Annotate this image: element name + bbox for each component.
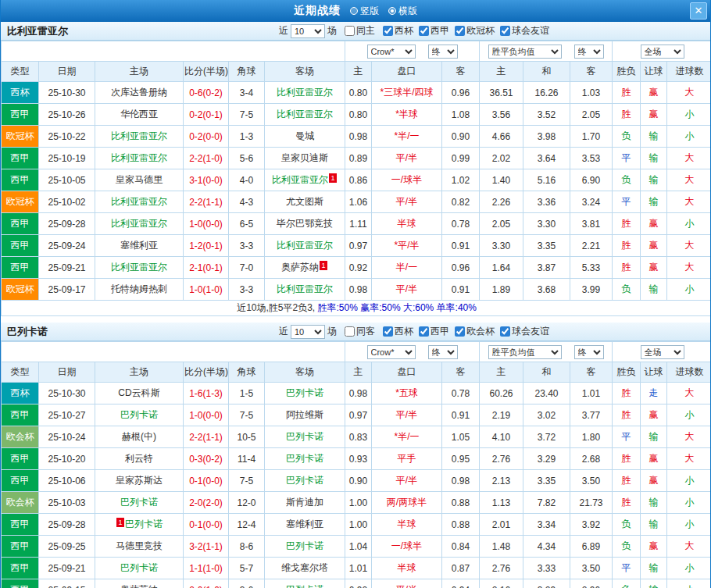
team-section: 比利亚雷亚尔 近 10 场 同主 西杯西甲欧冠杯球会友谊 Crow*	[1, 22, 710, 316]
ah-final-select[interactable]: 终	[428, 345, 458, 359]
column-header: 类型	[2, 62, 39, 82]
ah-away-odds: 0.91	[442, 404, 480, 426]
same-venue-checkbox[interactable]: 同主	[345, 24, 375, 37]
checkbox-input[interactable]	[383, 26, 393, 36]
filter-checkboxes: 西杯西甲欧会杯球会友谊	[377, 325, 549, 339]
result-outcome: 平	[613, 191, 641, 213]
match-date: 25-10-03	[39, 492, 95, 514]
games-label: 场	[327, 325, 337, 338]
result-handicap: 输	[641, 279, 667, 301]
corners: 3-3	[229, 279, 265, 301]
games-count-select[interactable]: 10	[291, 325, 325, 339]
match-date: 25-09-28	[39, 213, 95, 235]
match-score: 0-2(0-1)	[184, 104, 229, 126]
checkbox-input[interactable]	[419, 26, 429, 36]
ah-away-odds: 1.02	[442, 169, 480, 191]
summary-segment: 大:60%	[403, 302, 437, 313]
filter-checkbox[interactable]: 球会友谊	[500, 24, 549, 37]
bookmaker-select[interactable]: Crow*	[367, 345, 416, 359]
eu-final-select[interactable]: 终	[574, 45, 604, 59]
checkbox-input[interactable]	[345, 26, 355, 36]
eu-away-odds: 21.73	[570, 492, 613, 514]
ah-home-odds: 0.80	[345, 104, 372, 126]
layout-radio-horizontal[interactable]: 横版	[388, 5, 417, 18]
result-handicap: 输	[641, 579, 667, 588]
type-badge: 西甲	[2, 148, 39, 169]
filter-checkbox[interactable]: 西甲	[419, 24, 449, 37]
team-bar: 巴列卡诺 近 10 场 同客 西杯西甲欧会杯球会友谊	[1, 323, 710, 341]
close-icon[interactable]: ✕	[690, 2, 707, 20]
ah-home-odds: 1.01	[345, 558, 372, 579]
filter-checkbox[interactable]: 欧冠杯	[455, 24, 495, 37]
match-score: 1-6(1-3)	[184, 383, 229, 404]
eu-draw-odds: 3.29	[523, 579, 570, 588]
games-count-select[interactable]: 10	[291, 24, 325, 38]
scope-select[interactable]: 全场	[641, 345, 684, 359]
checkbox-input[interactable]	[455, 326, 465, 337]
team-label: 华伦西亚	[120, 109, 158, 119]
away-team: 塞维利亚	[265, 514, 345, 536]
filter-checkbox[interactable]: 西甲	[419, 325, 449, 338]
scope-select[interactable]: 全场	[641, 45, 684, 59]
ah-home-odds: 1.00	[345, 514, 372, 536]
summary-text: 近10场,胜5平2负3, 胜率:50% 赢率:50% 大:60% 单率:40%	[2, 301, 711, 316]
ah-line: 两/两球半	[372, 492, 442, 514]
away-team: 比利亚雷亚尔1	[265, 169, 345, 191]
checkbox-input[interactable]	[419, 326, 429, 337]
eu-final-select[interactable]: 终	[574, 345, 604, 359]
ah-line: *三球半/四球	[372, 82, 442, 104]
checkbox-input[interactable]	[455, 26, 465, 36]
near-label: 近	[279, 325, 288, 338]
result-outcome: 胜	[613, 404, 641, 426]
eu-draw-odds: 3.64	[523, 148, 570, 169]
eu-home-odds: 2.05	[480, 213, 523, 235]
filter-checkbox[interactable]: 球会友谊	[500, 325, 549, 338]
result-goals: 大	[667, 235, 711, 257]
column-header: 让球	[641, 362, 667, 383]
avg-select[interactable]: 胜平负均值	[488, 345, 562, 359]
ah-final-select[interactable]: 终	[428, 45, 458, 59]
type-badge: 西杯	[2, 383, 39, 404]
match-score: 2-2(1-1)	[184, 191, 229, 213]
column-header: 日期	[39, 62, 95, 82]
filter-checkbox[interactable]: 西杯	[383, 24, 413, 37]
filter-checkbox[interactable]: 西杯	[383, 325, 413, 338]
games-label: 场	[327, 24, 337, 37]
checkbox-input[interactable]	[345, 326, 355, 337]
odds-dropdowns-cell: 胜平负均值 终	[480, 41, 613, 62]
team-label: CD云科斯	[118, 387, 159, 398]
checkbox-input[interactable]	[500, 26, 510, 36]
same-venue-checkbox[interactable]: 同客	[345, 325, 375, 338]
result-outcome: 负	[613, 514, 641, 536]
result-handicap: 赢	[641, 257, 667, 279]
eu-home-odds: 2.02	[480, 148, 523, 169]
away-team: 曼城	[265, 126, 345, 148]
type-badge: 欧冠杯	[2, 126, 39, 148]
home-team: 华伦西亚	[95, 104, 184, 126]
checkbox-input[interactable]	[500, 326, 510, 337]
result-outcome: 胜	[613, 448, 641, 470]
result-goals: 大	[667, 169, 711, 191]
eu-home-odds: 2.19	[480, 404, 523, 426]
corners: 11-4	[229, 448, 265, 470]
match-date: 25-09-21	[39, 558, 95, 579]
result-outcome: 平	[613, 558, 641, 579]
team-name: 比利亚雷亚尔	[7, 24, 279, 38]
away-team: 毕尔巴鄂竞技	[265, 213, 345, 235]
match-row: 欧会杯25-10-24赫根(中)2-2(1-1)10-5巴列卡诺0.83*半/一…	[2, 426, 711, 448]
ah-line: 半/一	[372, 257, 442, 279]
checkbox-input[interactable]	[383, 326, 393, 337]
home-team: 赫根(中)	[95, 426, 184, 448]
column-header: 主场	[95, 362, 184, 383]
corners: 4-3	[229, 191, 265, 213]
avg-select[interactable]: 胜平负均值	[488, 45, 562, 59]
layout-radio-vertical[interactable]: 竖版	[350, 5, 379, 18]
result-handicap: 赢	[641, 82, 667, 104]
home-team: 比利亚雷亚尔	[95, 126, 184, 148]
match-row: 西甲25-10-27巴列卡诺1-0(0-0)7-5阿拉维斯0.97平/半0.91…	[2, 404, 711, 426]
filter-checkbox[interactable]: 欧会杯	[455, 325, 495, 338]
corners: 10-5	[229, 426, 265, 448]
handicap-dropdowns-cell: Crow* 终	[345, 41, 480, 62]
bookmaker-select[interactable]: Crow*	[367, 45, 416, 59]
ah-away-odds: 0.98	[442, 470, 480, 492]
